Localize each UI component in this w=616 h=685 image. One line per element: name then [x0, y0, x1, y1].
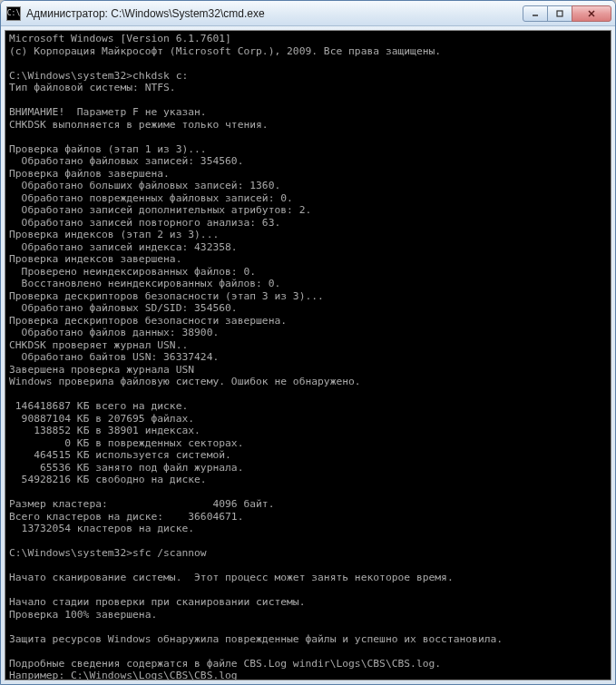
close-button[interactable]	[572, 5, 611, 22]
maximize-button[interactable]	[547, 5, 572, 22]
maximize-icon	[555, 9, 564, 18]
cmd-window: C:\ Администратор: C:\Windows\System32\c…	[0, 0, 616, 685]
console-output[interactable]: Microsoft Windows [Version 6.1.7601] (c)…	[5, 30, 611, 680]
close-icon	[587, 9, 596, 18]
svg-rect-1	[557, 11, 562, 16]
window-title: Администратор: C:\Windows\System32\cmd.e…	[26, 7, 523, 20]
cmd-icon: C:\	[6, 6, 21, 21]
window-controls	[523, 5, 611, 22]
minimize-button[interactable]	[523, 5, 548, 22]
minimize-icon	[531, 9, 540, 18]
titlebar[interactable]: C:\ Администратор: C:\Windows\System32\c…	[1, 1, 615, 26]
